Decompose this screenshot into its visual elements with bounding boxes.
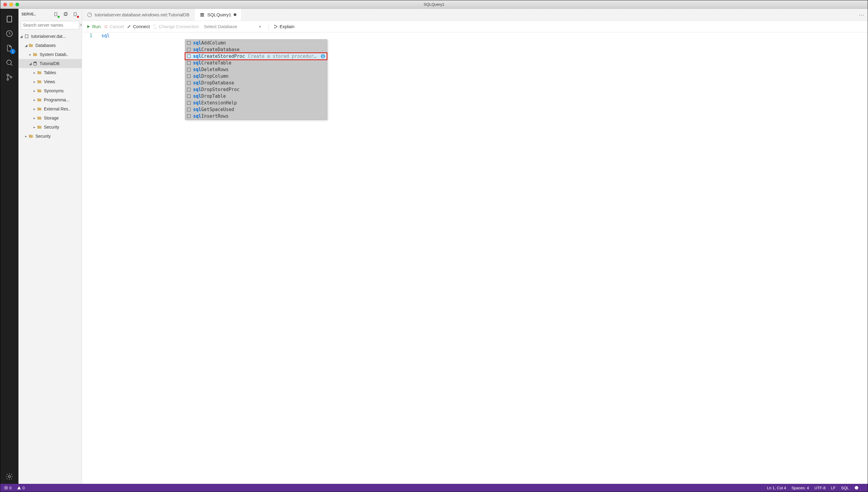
tree-system-databases[interactable]: ▸ System Datab.. [19, 50, 82, 59]
tabbar: tutorialserver.database.windows.net:Tuto… [82, 9, 868, 21]
content: 1 SERVE.. [0, 9, 868, 484]
errors-count: 0 [9, 486, 11, 490]
explorer-icon[interactable]: 1 [2, 41, 17, 55]
tree-synonyms[interactable]: ▸ Synonyms [19, 86, 82, 95]
autocomplete-item[interactable]: sqlDropDatabase [185, 80, 327, 86]
autocomplete-item[interactable]: sqlExtensionHelp [185, 100, 327, 106]
run-button[interactable]: Run [86, 24, 101, 29]
tree-server[interactable]: ◢ tutorialserver.dat... [19, 32, 82, 41]
tree-label: External Res.. [44, 106, 71, 112]
editor[interactable]: 1 sql sqlAddColumnsqlCreateDatabasesqlCr… [82, 32, 868, 484]
tree-label: Security [35, 134, 51, 139]
status-language[interactable]: SQL [841, 486, 849, 490]
svg-line-4 [10, 64, 12, 65]
statusbar: 0 0 Ln 1, Col 4 Spaces: 4 UTF-8 LF SQL [0, 484, 868, 492]
new-server-group-icon[interactable] [63, 11, 69, 18]
source-control-icon[interactable] [2, 70, 17, 84]
snippet-icon [187, 48, 191, 51]
server-icon [24, 34, 29, 39]
server-search-input[interactable] [21, 23, 78, 27]
explain-button[interactable]: Explain [274, 24, 295, 29]
tree-tables[interactable]: ▸ Tables [19, 68, 82, 77]
snippet-icon [187, 74, 191, 78]
status-errors[interactable]: 0 [4, 486, 11, 490]
feedback-smile-icon[interactable] [854, 486, 859, 490]
tree-views[interactable]: ▸ Views [19, 77, 82, 86]
search-input-box: × [21, 21, 79, 29]
tree-storage[interactable]: ▸ Storage [19, 114, 82, 123]
tree-tutorialdb[interactable]: ◢ TutorialDB [19, 59, 82, 68]
svg-rect-9 [54, 13, 57, 16]
autocomplete-text: sqlDropDatabase [193, 80, 325, 85]
app-window: SQLQuery1 1 [0, 0, 868, 492]
tree-label: Databases [35, 43, 56, 48]
autocomplete-item[interactable]: sqlCreateTable [185, 59, 327, 66]
autocomplete-item[interactable]: sqlDropTable [185, 93, 327, 100]
tab-label: SQLQuery1 [207, 12, 231, 17]
database-icon [32, 61, 38, 66]
folder-icon [36, 106, 42, 112]
autocomplete-hint: Create a stored procedure (mssq… [248, 53, 317, 59]
snippet-icon [187, 108, 191, 112]
tree-security[interactable]: ▸ Security [19, 132, 82, 141]
autocomplete-item[interactable]: sqlDeleteRows [185, 66, 327, 73]
status-spaces[interactable]: Spaces: 4 [791, 486, 809, 490]
minimize-window-button[interactable] [9, 3, 13, 6]
tree-security-db[interactable]: ▸ Security [19, 123, 82, 132]
status-encoding[interactable]: UTF-8 [814, 486, 826, 490]
snippet-icon [187, 94, 191, 98]
tree-programmability[interactable]: ▸ Programma... [19, 95, 82, 104]
status-warnings[interactable]: 0 [17, 486, 25, 490]
autocomplete-text: sqlDropTable [193, 94, 325, 99]
tree-label: TutorialDB [40, 61, 59, 66]
main: tutorialserver.database.windows.net:Tuto… [82, 9, 868, 484]
close-window-button[interactable] [3, 3, 7, 6]
settings-gear-icon[interactable] [2, 469, 17, 484]
autocomplete-item[interactable]: sqlCreateDatabase [185, 46, 327, 53]
tree-databases[interactable]: ◢ Databases [19, 41, 82, 50]
autocomplete-text: sqlDeleteRows [193, 67, 325, 72]
tabbar-more-icon[interactable]: ⋯ [855, 9, 868, 21]
cancel-button[interactable]: Cancel [104, 24, 124, 29]
autocomplete-item[interactable]: sqlAddColumn [185, 40, 327, 46]
code-token: sql [101, 33, 109, 39]
history-icon[interactable] [2, 26, 17, 41]
chevron-down-icon: ▼ [258, 25, 262, 28]
autocomplete-popup: sqlAddColumnsqlCreateDatabasesqlCreateSt… [185, 39, 327, 120]
info-icon[interactable]: i [321, 54, 325, 58]
maximize-window-button[interactable] [16, 3, 19, 6]
disconnect-icon[interactable] [72, 11, 79, 18]
autocomplete-item[interactable]: sqlDropStoredProc [185, 86, 327, 93]
tab-sqlquery[interactable]: SQLQuery1 [195, 9, 242, 21]
status-eol[interactable]: LF [831, 486, 836, 490]
dirty-indicator-icon [234, 13, 237, 16]
new-connection-icon[interactable] [53, 11, 59, 18]
autocomplete-item[interactable]: sqlDropColumn [185, 73, 327, 80]
status-linecol[interactable]: Ln 1, Col 4 [767, 486, 786, 490]
folder-icon [32, 52, 38, 57]
snippet-icon [187, 68, 191, 71]
titlebar[interactable]: SQLQuery1 [0, 0, 868, 9]
autocomplete-text: sqlInsertRows [193, 114, 325, 119]
tree-external-resources[interactable]: ▸ External Res.. [19, 104, 82, 114]
change-connection-button[interactable]: Change Connection [153, 24, 199, 29]
autocomplete-item[interactable]: sqlInsertRows [185, 113, 327, 120]
database-select-label: Select Database [204, 24, 237, 29]
connect-button[interactable]: Connect [127, 24, 150, 29]
snippet-icon [187, 101, 191, 105]
tab-dashboard[interactable]: tutorialserver.database.windows.net:Tuto… [82, 9, 195, 21]
warning-icon [17, 486, 21, 490]
folder-icon [36, 97, 42, 102]
database-select[interactable]: Select Database ▼ [202, 23, 264, 30]
autocomplete-item[interactable]: sqlGetSpaceUsed [185, 106, 327, 113]
autocomplete-text: sqlGetSpaceUsed [193, 107, 325, 112]
svg-rect-12 [74, 13, 76, 16]
autocomplete-item[interactable]: sqlCreateStoredProcCreate a stored proce… [185, 53, 327, 59]
servers-icon[interactable] [2, 12, 17, 26]
clear-search-icon[interactable]: × [78, 22, 84, 28]
svg-rect-18 [200, 16, 204, 16]
error-icon [4, 486, 8, 490]
search-icon[interactable] [2, 55, 17, 70]
code-content: sql [101, 32, 109, 39]
autocomplete-text: sqlDropStoredProc [193, 87, 325, 92]
